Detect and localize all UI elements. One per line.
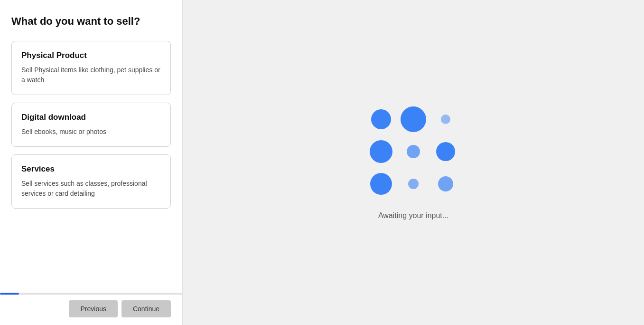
option-title-services: Services — [21, 164, 161, 174]
option-title-digital: Digital download — [21, 113, 161, 122]
dots-grid — [367, 105, 460, 198]
bottom-bar: Previous Continue — [0, 293, 182, 325]
dot-6 — [436, 142, 455, 161]
option-desc-physical: Sell Physical items like clothing, pet s… — [21, 65, 161, 85]
left-panel: What do you want to sell? Physical Produ… — [0, 0, 183, 325]
dot-2 — [401, 106, 426, 132]
awaiting-text: Awaiting your input... — [378, 211, 448, 220]
page-title: What do you want to sell? — [11, 15, 171, 28]
dot-4 — [370, 140, 392, 163]
option-desc-services: Sell services such as classes, professio… — [21, 179, 161, 199]
dot-3 — [441, 115, 450, 124]
option-desc-digital: Sell ebooks, music or photos — [21, 127, 161, 137]
option-title-physical: Physical Product — [21, 51, 161, 60]
previous-button[interactable]: Previous — [69, 300, 117, 317]
right-panel: Awaiting your input... — [183, 0, 644, 325]
continue-button[interactable]: Continue — [121, 300, 171, 317]
option-card-services[interactable]: Services Sell services such as classes, … — [11, 154, 171, 209]
option-card-physical[interactable]: Physical Product Sell Physical items lik… — [11, 41, 171, 95]
dot-7 — [370, 173, 392, 195]
dot-9 — [438, 176, 453, 191]
dot-5 — [407, 145, 420, 158]
dot-8 — [408, 179, 419, 189]
dot-1 — [371, 109, 391, 129]
option-card-digital[interactable]: Digital download Sell ebooks, music or p… — [11, 103, 171, 147]
